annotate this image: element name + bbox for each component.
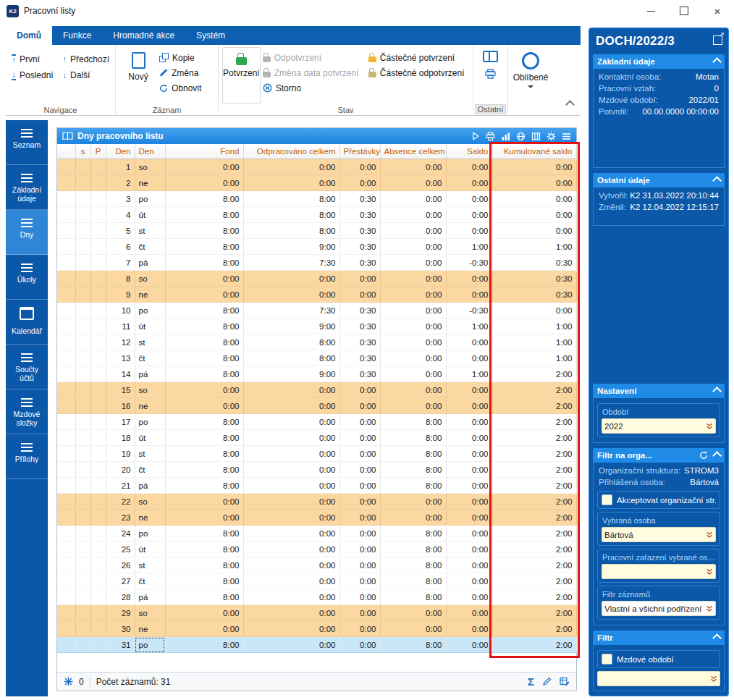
cell[interactable]: [90, 239, 106, 255]
cell[interactable]: 8:00: [165, 191, 243, 207]
cell[interactable]: 7: [106, 255, 135, 271]
copy-button[interactable]: Kopie: [157, 50, 203, 65]
cell[interactable]: čt: [135, 462, 165, 478]
cell[interactable]: 0:00: [165, 605, 243, 621]
sidebar-item-zakladni-udaje[interactable]: Základní údaje: [6, 165, 48, 210]
cell[interactable]: 27: [106, 573, 135, 589]
cell[interactable]: 2:00: [492, 557, 576, 573]
cell[interactable]: [57, 382, 75, 398]
cell[interactable]: 0:00: [339, 398, 380, 414]
cell[interactable]: [90, 398, 106, 414]
cell[interactable]: 8:00: [165, 557, 243, 573]
sidebar-item-kalendar[interactable]: Kalendář: [6, 300, 48, 345]
cell[interactable]: 31: [106, 637, 135, 653]
cell[interactable]: 30: [106, 621, 135, 637]
cell[interactable]: 2:00: [492, 510, 576, 526]
cell[interactable]: 0:00: [380, 398, 446, 414]
close-button[interactable]: ×: [701, 0, 734, 22]
sidebar-item-prilohy[interactable]: Přílohy: [6, 434, 48, 479]
cell[interactable]: pá: [135, 255, 165, 271]
cell[interactable]: [90, 557, 106, 573]
edit-table-icon[interactable]: [560, 677, 570, 686]
cell[interactable]: ne: [135, 621, 165, 637]
table-row[interactable]: 3po8:008:000:300:000:000:00: [57, 191, 576, 207]
cell[interactable]: 0:00: [380, 191, 446, 207]
table-row[interactable]: 9ne0:000:000:000:000:000:30: [57, 287, 576, 303]
cell[interactable]: 0:00: [165, 621, 243, 637]
cell[interactable]: 10: [106, 303, 135, 319]
table-row[interactable]: 1so0:000:000:000:000:000:00: [57, 159, 576, 175]
cell[interactable]: [90, 319, 106, 334]
cell[interactable]: 0:00: [446, 430, 492, 446]
edit-pencil-icon[interactable]: [542, 677, 552, 686]
cell[interactable]: 0:00: [339, 637, 380, 653]
cell[interactable]: [90, 350, 106, 366]
cell[interactable]: [57, 191, 75, 207]
cell[interactable]: 24: [106, 526, 135, 541]
cell[interactable]: 0:00: [446, 605, 492, 621]
cell[interactable]: 0:00: [243, 382, 339, 398]
cell[interactable]: [57, 637, 75, 653]
maximize-button[interactable]: [667, 0, 701, 22]
cell[interactable]: 8:00: [243, 207, 339, 223]
cell[interactable]: [75, 605, 90, 621]
run-icon[interactable]: [471, 132, 480, 140]
table-row[interactable]: 7pá8:007:300:300:00-0:300:30: [57, 255, 576, 271]
cell[interactable]: 8:00: [165, 541, 243, 557]
cell[interactable]: 21: [106, 478, 135, 494]
column-header-den-name[interactable]: Den: [135, 144, 165, 159]
column-header-s[interactable]: s: [75, 144, 90, 159]
cell[interactable]: pá: [135, 478, 165, 494]
cell[interactable]: 0:00: [380, 287, 446, 303]
cell[interactable]: [75, 526, 90, 541]
cell[interactable]: 8:00: [380, 573, 446, 589]
cell[interactable]: 0:00: [339, 287, 380, 303]
cell[interactable]: pá: [135, 589, 165, 605]
chevron-up-icon[interactable]: [712, 451, 722, 460]
cell[interactable]: 3: [106, 191, 135, 207]
table-row[interactable]: 11út8:009:000:300:001:001:00: [57, 319, 576, 334]
cell[interactable]: 2: [106, 175, 135, 191]
cell[interactable]: 0:00: [243, 462, 339, 478]
cell[interactable]: 0:00: [339, 462, 380, 478]
cell[interactable]: 0:00: [243, 573, 339, 589]
column-header-indicator[interactable]: [57, 144, 75, 159]
cell[interactable]: 8: [106, 271, 135, 287]
cell[interactable]: 0:00: [446, 223, 492, 239]
cell[interactable]: [90, 430, 106, 446]
cell[interactable]: 2:00: [492, 398, 576, 414]
filtr-select[interactable]: [597, 671, 720, 686]
cell[interactable]: [90, 494, 106, 510]
pracovni-zarazeni-select[interactable]: [602, 564, 716, 579]
cell[interactable]: 0:00: [446, 207, 492, 223]
cell[interactable]: [57, 510, 75, 526]
cell[interactable]: [57, 398, 75, 414]
cell[interactable]: [90, 303, 106, 319]
cell[interactable]: [75, 271, 90, 287]
cell[interactable]: čt: [135, 350, 165, 366]
table-row[interactable]: 15so0:000:000:000:000:002:00: [57, 382, 576, 398]
cell[interactable]: 0:00: [380, 223, 446, 239]
cell[interactable]: út: [135, 207, 165, 223]
cell[interactable]: 0:00: [492, 159, 576, 175]
tab-system[interactable]: Systém: [185, 26, 236, 45]
cell[interactable]: [57, 239, 75, 255]
cell[interactable]: 0:00: [165, 382, 243, 398]
tab-domu[interactable]: Domů: [6, 26, 52, 45]
table-row[interactable]: 28pá8:000:000:008:000:002:00: [57, 589, 576, 605]
cell[interactable]: 2:00: [492, 526, 576, 541]
cell[interactable]: 0:00: [446, 510, 492, 526]
cell[interactable]: 0:00: [380, 255, 446, 271]
cell[interactable]: 0:00: [446, 494, 492, 510]
cell[interactable]: 0:00: [165, 287, 243, 303]
cell[interactable]: [75, 637, 90, 653]
cell[interactable]: 8:00: [380, 430, 446, 446]
cell[interactable]: 8:00: [243, 191, 339, 207]
obdobi-select[interactable]: 2022: [602, 418, 716, 434]
cell[interactable]: 8:00: [165, 303, 243, 319]
cell[interactable]: 0:00: [243, 589, 339, 605]
cell[interactable]: 0:00: [380, 350, 446, 366]
cell[interactable]: 0:00: [446, 478, 492, 494]
cell[interactable]: 26: [106, 557, 135, 573]
cell[interactable]: so: [135, 605, 165, 621]
